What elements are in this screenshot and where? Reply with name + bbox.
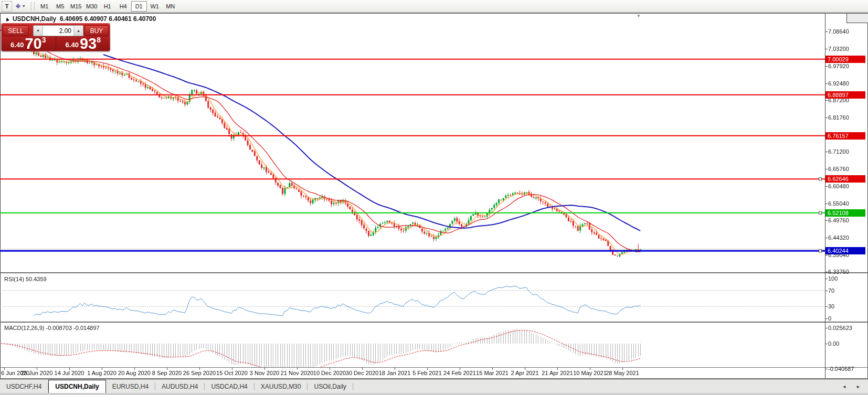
date-axis-label: 3 Nov 2020 (250, 370, 279, 376)
status-strip (0, 393, 868, 395)
macd-label: MACD(12,26,9) -0.008703 -0.014897 (4, 325, 100, 331)
timeframe-toolbar: M1M5M15M30H1H4D1W1MN (37, 1, 178, 12)
timeframe-button-m15[interactable]: M15 (68, 1, 84, 12)
chart-tab-audusd-h4[interactable]: AUDUSD,H4 (155, 380, 204, 393)
cursor-arrow-icon: ▲ (3, 15, 10, 23)
timeframe-button-h4[interactable]: H4 (115, 1, 131, 12)
chart-tabs: USDCHF,H4USDCNH,DailyEURUSD,H4AUDUSD,H4U… (0, 380, 353, 393)
volume-decrease-button[interactable]: ▼ (34, 26, 43, 36)
level-line-price-badge: 6.62646 (825, 175, 865, 183)
rsi-axis-label: 70 (828, 287, 834, 294)
colors-dropdown-button[interactable]: ❖ ▼ (12, 1, 29, 12)
one-click-trading-panel: SELL ▼ ▲ BUY 6.40 70 3 6.40 93 8 (1, 23, 110, 51)
chevron-down-icon: ▼ (22, 4, 26, 8)
timeframe-button-w1[interactable]: W1 (147, 1, 163, 12)
price-axis-label: 6.71200 (828, 148, 849, 155)
macd-axis-label: -0.040687 (828, 366, 854, 372)
ask-price-pip: 8 (97, 36, 101, 50)
chart-tab-usoil-daily[interactable]: USOil,Daily (308, 380, 352, 393)
price-axis-label: 6.44320 (828, 234, 849, 241)
timeframe-button-m5[interactable]: M5 (52, 1, 68, 12)
date-axis-label: 15 Mar 2021 (476, 370, 509, 376)
bid-price[interactable]: 6.40 70 3 (1, 37, 56, 51)
chart-shift-marker-icon[interactable]: ▼ (637, 14, 641, 18)
top-toolbar: T ❖ ▼ M1M5M15M30H1H4D1W1MN (0, 0, 868, 13)
buy-button[interactable]: BUY (84, 25, 109, 36)
date-axis-label: 2 Apr 2021 (511, 370, 538, 376)
price-axis-label: 6.49760 (828, 217, 849, 223)
timeframe-button-mn[interactable]: MN (163, 1, 178, 12)
chart-symbol-period: USDCNH,Daily (13, 15, 56, 23)
bid-price-big: 70 (25, 37, 41, 50)
level-line-price-badge: 6.88897 (825, 91, 865, 99)
bid-price-prefix: 6.40 (10, 41, 24, 50)
chart-tab-eurusd-h4[interactable]: EURUSD,H4 (106, 380, 155, 393)
trading-terminal: T ❖ ▼ M1M5M15M30H1H4D1W1MN ▲USDCNH,Daily… (0, 0, 868, 395)
date-axis-label: 24 Feb 2021 (443, 370, 476, 376)
tab-scroll-arrows: ◄ ► (842, 380, 868, 393)
price-axis-label: 6.65760 (828, 166, 849, 172)
price-axis-label: 6.92480 (828, 80, 849, 87)
volume-stepper: ▼ ▲ (33, 25, 83, 36)
volume-input[interactable] (43, 26, 73, 36)
tab-scroll-left-icon[interactable]: ◄ (842, 384, 846, 389)
price-axis-label: 6.33760 (828, 269, 849, 275)
level-line-price-badge: 6.52108 (825, 209, 865, 217)
date-axis-label: 28 May 2021 (606, 370, 639, 376)
date-axis-label: 5 Feb 2021 (412, 370, 442, 376)
rsi-axis-label: 30 (828, 303, 834, 309)
date-axis-label: 10 Dec 2020 (313, 370, 346, 376)
ask-price-big: 93 (80, 37, 97, 50)
price-axis-label: 7.08640 (828, 28, 849, 35)
chart-ohlc-values: 6.40695 6.40907 6.40461 6.40700 (60, 15, 156, 23)
toolbar-grip (31, 2, 35, 10)
price-axis-label: 6.81760 (828, 114, 849, 121)
price-chart-canvas[interactable] (0, 13, 868, 379)
sell-button[interactable]: SELL (3, 25, 29, 36)
chart-tabbar: USDCHF,H4USDCNH,DailyEURUSD,H4AUDUSD,H4U… (0, 379, 868, 393)
date-axis-label: 26 Sep 2020 (183, 370, 216, 376)
colors-icon: ❖ (15, 3, 21, 10)
date-axis-label: 14 Jul 2020 (55, 370, 84, 376)
tab-scroll-right-icon[interactable]: ► (856, 384, 861, 389)
rsi-label: RSI(14) 50.4359 (4, 276, 47, 282)
timeframe-button-m30[interactable]: M30 (84, 1, 100, 12)
rsi-axis-label: 100 (828, 275, 838, 282)
chart-tab-usdchf-h4[interactable]: USDCHF,H4 (0, 380, 48, 393)
chart-window (0, 13, 868, 379)
date-axis-label: 1 Aug 2020 (87, 370, 117, 376)
timeframe-button-d1[interactable]: D1 (131, 1, 147, 12)
timeframe-button-m1[interactable]: M1 (37, 1, 52, 12)
date-axis-label: 18 Jan 2021 (379, 370, 411, 376)
date-axis-label: 8 Sep 2020 (152, 370, 182, 376)
price-axis-label: 7.03200 (828, 46, 849, 52)
volume-increase-button[interactable]: ▲ (73, 26, 83, 36)
date-axis-label: 15 Oct 2020 (216, 370, 248, 376)
ask-price-prefix: 6.40 (66, 41, 79, 50)
macd-axis-label: 0.025623 (828, 325, 852, 331)
date-axis-label: 21 Nov 2020 (281, 370, 313, 376)
text-tool-button[interactable]: T (2, 1, 12, 12)
chart-tab-usdcnh-daily[interactable]: USDCNH,Daily (48, 380, 105, 393)
price-axis-label: 6.55040 (828, 200, 849, 207)
level-line-price-badge: 6.40244 (825, 247, 865, 254)
price-axis-label: 6.60480 (828, 183, 849, 189)
date-axis-label: 21 Apr 2021 (542, 370, 573, 376)
level-line-price-badge: 7.00029 (825, 56, 865, 63)
date-axis-label: 20 Aug 2020 (118, 370, 151, 376)
rsi-axis-label: 0 (828, 315, 831, 322)
tab-separator (353, 383, 353, 390)
timeframe-button-h1[interactable]: H1 (100, 1, 115, 12)
ask-price[interactable]: 6.40 93 8 (56, 37, 111, 51)
level-line-price-badge: 6.76157 (825, 132, 865, 140)
date-axis-label: 25 Jun 2020 (21, 370, 53, 376)
chart-tab-usdcad-h4[interactable]: USDCAD,H4 (205, 380, 253, 393)
price-axis-label: 6.97920 (828, 63, 849, 69)
chart-title: ▲USDCNH,Daily 6.40695 6.40907 6.40461 6.… (4, 15, 156, 23)
bid-price-pip: 3 (42, 36, 46, 50)
macd-axis-label: 0.00 (828, 340, 839, 347)
chart-tab-xauusd-m30[interactable]: XAUUSD,M30 (255, 380, 308, 393)
date-axis-label: 10 May 2021 (573, 370, 607, 376)
date-axis-label: 30 Dec 2020 (346, 370, 378, 376)
chart-corner-notch (846, 14, 868, 23)
